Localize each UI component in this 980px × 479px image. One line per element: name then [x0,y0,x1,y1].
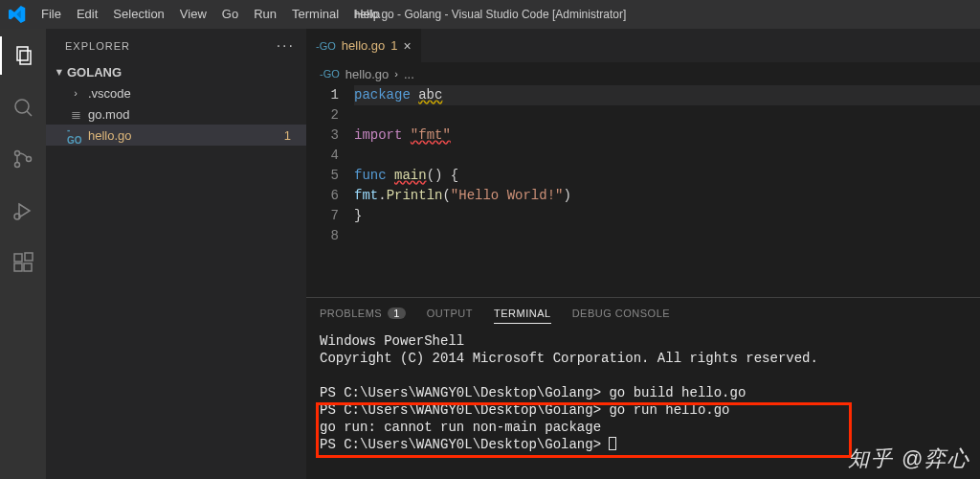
editor-tabs: -GO hello.go 1 × [306,29,980,62]
menu-file[interactable]: File [33,0,69,29]
menu-selection[interactable]: Selection [105,0,171,29]
tab-terminal[interactable]: TERMINAL [494,308,551,324]
activity-bar [0,29,46,479]
folder-root[interactable]: ▸ GOLANG [46,62,306,82]
tab-output[interactable]: OUTPUT [427,308,473,319]
breadcrumb-file: hello.go [345,67,390,81]
problems-count-badge: 1 [388,308,406,319]
terminal-line: Copyright (C) 2014 Microsoft Corporation… [320,350,967,367]
source-control-icon[interactable] [0,140,46,178]
go-file-icon: -GO [316,40,336,52]
tree-item-label: .vscode [88,86,131,101]
svg-point-4 [15,151,20,156]
terminal-line: PS C:\Users\WANGY0L\Desktop\Golang> [320,436,967,453]
menu-edit[interactable]: Edit [69,0,105,29]
code-content[interactable]: package abc import "fmt" func main() { f… [354,85,980,297]
panel-tabs: PROBLEMS 1 OUTPUT TERMINAL DEBUG CONSOLE [306,298,980,329]
tab-label: hello.go [342,38,386,53]
explorer-title: EXPLORER [65,40,130,52]
bottom-panel: PROBLEMS 1 OUTPUT TERMINAL DEBUG CONSOLE… [306,297,980,479]
line-gutter: 1 2 3 4 5 6 7 8 [306,85,354,297]
terminal-line: PS C:\Users\WANGY0L\Desktop\Golang> go b… [320,384,967,401]
chevron-down-icon: ▸ [54,65,66,80]
tree-item-hello-go[interactable]: -GO hello.go 1 [46,125,306,146]
menu-run[interactable]: Run [246,0,284,29]
svg-point-2 [15,100,29,113]
breadcrumb[interactable]: -GO hello.go › ... [306,62,980,85]
tree-item-vscode[interactable]: › .vscode [46,82,306,103]
tab-modified-badge: 1 [390,38,397,53]
explorer-sidebar: EXPLORER ··· ▸ GOLANG › .vscode ≣ go.mod… [46,29,306,479]
terminal[interactable]: Windows PowerShell Copyright (C) 2014 Mi… [306,329,980,479]
tab-debug-console[interactable]: DEBUG CONSOLE [572,308,670,319]
tab-problems[interactable]: PROBLEMS 1 [320,308,406,319]
terminal-line: go run: cannot run non-main package [320,419,967,436]
terminal-line [320,367,967,384]
code-editor[interactable]: 1 2 3 4 5 6 7 8 package abc import "fmt"… [306,85,980,297]
svg-rect-10 [24,263,32,271]
window-title: hello.go - Golang - Visual Studio Code [… [354,8,627,21]
explorer-header: EXPLORER ··· [46,29,306,62]
titlebar: File Edit Selection View Go Run Terminal… [0,0,980,29]
run-debug-icon[interactable] [0,192,46,230]
chevron-right-icon: › [67,87,84,99]
folder-root-label: GOLANG [67,65,122,80]
problem-badge: 1 [284,128,297,143]
tree-item-label: hello.go [88,128,132,143]
tab-hello-go[interactable]: -GO hello.go 1 × [306,29,422,62]
svg-rect-9 [14,263,22,271]
explorer-icon[interactable] [0,36,46,75]
terminal-line: PS C:\Users\WANGY0L\Desktop\Golang> go r… [320,401,967,419]
menu-view[interactable]: View [172,0,214,29]
svg-rect-8 [14,254,22,262]
extensions-icon[interactable] [0,243,46,282]
terminal-cursor [609,437,616,450]
tree-item-label: go.mod [88,107,129,122]
editor-group: -GO hello.go 1 × -GO hello.go › ... 1 2 … [306,29,980,479]
search-icon[interactable] [0,88,46,126]
svg-point-5 [15,163,20,168]
menu-terminal[interactable]: Terminal [284,0,346,29]
breadcrumb-tail: ... [404,67,414,81]
go-file-icon: -GO [67,125,84,146]
vscode-icon [0,6,33,23]
chevron-right-icon: › [394,68,398,80]
svg-point-6 [27,157,32,162]
explorer-more-icon[interactable]: ··· [277,37,295,55]
svg-rect-1 [20,51,31,64]
tree-item-gomod[interactable]: ≣ go.mod [46,103,306,125]
terminal-line: Windows PowerShell [320,332,967,350]
menu-go[interactable]: Go [214,0,246,29]
svg-rect-0 [17,47,28,60]
svg-rect-11 [25,253,33,261]
menu-bar: File Edit Selection View Go Run Terminal… [33,0,388,29]
svg-line-3 [27,111,32,116]
go-file-icon: -GO [320,68,340,80]
close-icon[interactable]: × [404,38,412,54]
file-icon: ≣ [67,107,84,122]
